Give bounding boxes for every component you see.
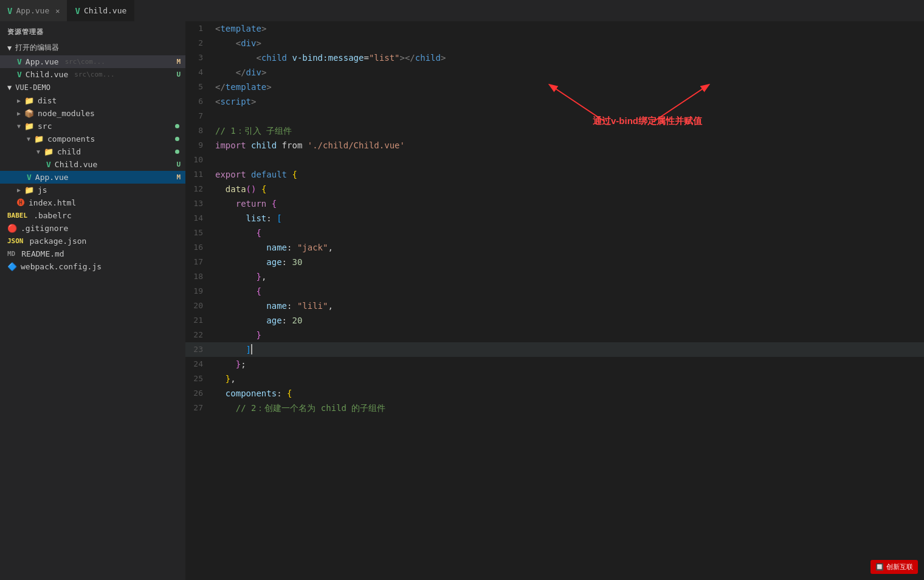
folder-dist[interactable]: ▶ 📁 dist: [0, 94, 185, 107]
code-line-11: 11export default {: [185, 167, 924, 182]
open-file-child-vue[interactable]: V Child.vue src\com... U: [0, 68, 185, 81]
line-number-11: 11: [185, 167, 213, 182]
token-white: ,: [261, 272, 266, 281]
file-app-vue-src[interactable]: V App.vue M: [0, 171, 185, 184]
token-prop-name: components: [226, 388, 277, 398]
token-tag-bracket: <: [256, 53, 261, 63]
line-content-6: <script>: [213, 94, 924, 109]
token-white: [215, 330, 256, 340]
json-icon: JSON: [7, 237, 24, 245]
token-tag-bracket: >: [400, 53, 405, 63]
file-babelrc[interactable]: BABEL .babelrc: [0, 209, 185, 222]
file-readme-md-label: README.md: [21, 249, 64, 258]
token-bracket2: {: [272, 199, 277, 209]
code-line-3: 3 <child v-bind:message="list"></child>: [185, 50, 924, 65]
folder-src[interactable]: ▼ 📁 src: [0, 120, 185, 133]
line-number-7: 7: [185, 109, 213, 123]
code-line-19: 19 {: [185, 284, 924, 299]
open-file-app-path: src\com...: [65, 58, 105, 66]
vue-icon-app: V: [7, 6, 12, 16]
folder-components-label: components: [47, 134, 95, 143]
token-white: [256, 184, 261, 194]
token-tag-bracket: >: [251, 97, 256, 106]
token-white: ,: [328, 301, 333, 311]
line-content-15: {: [213, 226, 924, 240]
project-section[interactable]: ▼ VUE-DEMO: [0, 81, 185, 94]
line-content-4: </div>: [213, 65, 924, 80]
open-file-app-name: App.vue: [26, 57, 59, 66]
folder-icon-src: 📁: [24, 122, 34, 131]
line-number-27: 27: [185, 401, 213, 415]
text-cursor: [251, 344, 252, 354]
token-tag-bracket: </: [405, 53, 415, 63]
folder-components[interactable]: ▼ 📁 components: [0, 133, 185, 145]
line-content-18: },: [213, 269, 924, 284]
line-content-19: {: [213, 284, 924, 299]
token-bracket: {: [292, 170, 297, 179]
folder-node-modules-label: node_modules: [38, 109, 95, 118]
folder-node-modules[interactable]: ▶ 📦 node_modules: [0, 107, 185, 120]
line-number-17: 17: [185, 255, 213, 269]
file-webpack-config[interactable]: 🔷 webpack.config.js: [0, 260, 185, 273]
folder-icon-child: 📁: [44, 147, 53, 156]
token-white: [277, 140, 281, 150]
token-bracket: {: [261, 184, 266, 194]
file-webpack-config-label: webpack.config.js: [21, 262, 102, 271]
token-tag-bracket: >: [261, 24, 266, 33]
line-number-14: 14: [185, 211, 213, 226]
line-content-9: import child from './child/Child.vue': [213, 138, 924, 153]
line-content-21: age: 20: [213, 313, 924, 328]
token-white: [215, 316, 266, 325]
line-number-19: 19: [185, 284, 213, 299]
file-package-json[interactable]: JSON package.json: [0, 235, 185, 247]
token-prop-name: age: [266, 316, 281, 325]
token-attr-name: v-bind:message: [292, 53, 364, 63]
token-white: [302, 140, 307, 150]
open-file-app-vue[interactable]: V App.vue src\com... M: [0, 55, 185, 68]
token-white: [215, 38, 236, 48]
file-gitignore[interactable]: 🔴 .gitignore: [0, 222, 185, 235]
token-bracket3: [: [277, 213, 281, 223]
open-file-child-path: src\com...: [74, 71, 114, 78]
folder-dist-label: dist: [38, 96, 57, 105]
vue-icon: V: [17, 57, 22, 66]
line-number-20: 20: [185, 299, 213, 313]
token-bracket2: }: [256, 330, 261, 340]
file-package-json-label: package.json: [30, 236, 87, 246]
file-readme-md[interactable]: MD README.md: [0, 247, 185, 260]
file-child-vue[interactable]: V Child.vue U: [0, 158, 185, 171]
open-editors-section[interactable]: ▼ 打开的编辑器: [0, 40, 185, 55]
token-prop-name: name: [266, 243, 287, 252]
token-white: [215, 286, 256, 296]
code-line-16: 16 name: "jack",: [185, 240, 924, 255]
code-line-18: 18 },: [185, 269, 924, 284]
token-tag: script: [220, 97, 251, 106]
token-white: [246, 140, 251, 150]
line-content-26: components: {: [213, 386, 924, 401]
token-number: 20: [292, 316, 302, 325]
folder-child[interactable]: ▼ 📁 child: [0, 145, 185, 158]
close-icon-app[interactable]: ✕: [55, 7, 60, 15]
folder-js[interactable]: ▶ 📁 js: [0, 184, 185, 196]
bottom-badge: 🔲 创新互联: [871, 560, 918, 574]
token-tag: div: [246, 67, 261, 77]
token-white: [215, 374, 226, 384]
tab-app-vue[interactable]: V App.vue ✕: [0, 0, 67, 21]
folder-js-label: js: [38, 185, 47, 195]
dot-components: [175, 137, 179, 141]
line-content-20: name: "lili",: [213, 299, 924, 313]
token-white: ,: [328, 243, 333, 252]
badge-icon: 🔲: [875, 563, 884, 571]
file-app-vue-src-label: App.vue: [35, 173, 69, 182]
token-white: :: [287, 301, 297, 311]
file-index-html[interactable]: 🅗 index.html: [0, 196, 185, 209]
code-line-27: 27 // 2：创建一个名为 child 的子组件: [185, 401, 924, 415]
token-bracket2: (): [246, 184, 257, 194]
token-prop-name: age: [266, 257, 281, 267]
tab-child-vue[interactable]: V Child.vue: [67, 0, 134, 21]
token-white: [215, 184, 226, 194]
token-white: [215, 243, 266, 252]
token-tag-bracket: <: [236, 38, 241, 48]
line-content-27: // 2：创建一个名为 child 的子组件: [213, 401, 924, 415]
vue-icon-app-file: V: [27, 173, 32, 182]
